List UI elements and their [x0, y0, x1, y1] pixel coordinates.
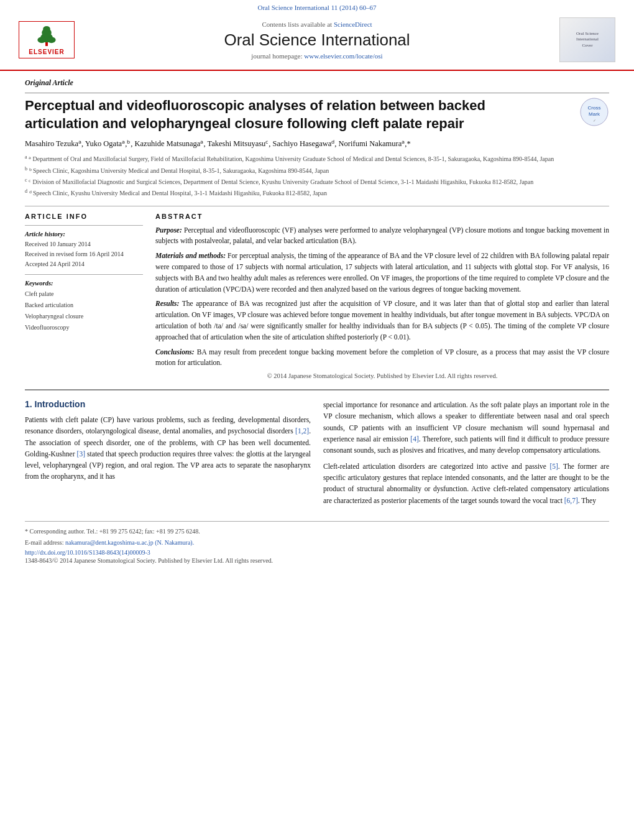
- article-info-column: ARTICLE INFO Article history: Received 1…: [25, 213, 143, 380]
- abstract-column: ABSTRACT Purpose: Perceptual and videofl…: [155, 213, 609, 380]
- svg-text:Cross: Cross: [588, 105, 601, 111]
- email-link[interactable]: nakamura@dent.kagoshima-u.ac.jp (N. Naka…: [65, 539, 194, 546]
- affiliation-b: b ᵇ Speech Clinic, Kagoshima University …: [25, 165, 609, 175]
- title-divider: [25, 93, 609, 93]
- abstract-methods: Materials and methods: For perceptual an…: [155, 251, 609, 295]
- keywords-list: Cleft palate Backed articulation Velopha…: [25, 288, 143, 333]
- affiliation-a: a ᵃ Department of Oral and Maxillofacial…: [25, 154, 609, 164]
- doi-link[interactable]: http://dx.doi.org/10.1016/S1348-8643(14)…: [25, 549, 150, 556]
- elsevier-logo: ELSEVIER: [19, 21, 75, 58]
- page-wrapper: Oral Science International 11 (2014) 60–…: [0, 0, 634, 840]
- info-divider: [25, 225, 143, 226]
- svg-point-3: [47, 37, 56, 43]
- abstract-copyright: © 2014 Japanese Stomatological Society. …: [155, 372, 609, 379]
- abstract-text: Purpose: Perceptual and videofluoroscopi…: [155, 225, 609, 380]
- intro-para-1: Patients with cleft palate (CP) have var…: [25, 414, 311, 482]
- main-col-right: special importance for resonance and art…: [323, 399, 609, 510]
- abstract-conclusions-text: BA may result from precedent tongue back…: [155, 348, 609, 367]
- crossmark-badge-icon: Cross Mark ✓: [579, 97, 609, 127]
- article-title-block: Perceptual and videofluoroscopic analyse…: [25, 97, 609, 132]
- affiliations-block: a ᵃ Department of Oral and Maxillofacial…: [25, 154, 609, 198]
- journal-header-content: ELSEVIER Contents lists available at Sci…: [19, 14, 615, 66]
- homepage-link[interactable]: www.elsevier.com/locate/osi: [304, 52, 382, 60]
- email-line: E-mail address: nakamura@dent.kagoshima-…: [25, 538, 609, 547]
- issn-line: 1348-8643/© 2014 Japanese Stomatological…: [25, 556, 609, 565]
- svg-point-2: [37, 37, 46, 43]
- intro-para-2: special importance for resonance and art…: [323, 399, 609, 456]
- contents-label: Contents lists available at: [262, 21, 332, 28]
- journal-citation: Oral Science International 11 (2014) 60–…: [257, 4, 376, 11]
- corresponding-note: * Corresponding author. Tel.: +81 99 275…: [25, 527, 609, 536]
- authors-line: Masahiro Tezukaᵃ, Yuko Ogataᵃ,ᵇ, Kazuhid…: [25, 139, 609, 149]
- svg-text:✓: ✓: [593, 119, 596, 122]
- article-body: Original Article Perceptual and videoflu…: [0, 71, 634, 579]
- keyword-4: Videofluoroscopy: [25, 322, 143, 333]
- article-type-label: Original Article: [25, 78, 609, 88]
- journal-name-block: Contents lists available at ScienceDirec…: [75, 21, 559, 60]
- keywords-label: Keywords:: [25, 280, 143, 287]
- affiliation-c: c ᶜ Division of Maxillofacial Diagnostic…: [25, 177, 609, 187]
- journal-title: Oral Science International: [75, 30, 559, 50]
- abstract-purpose: Purpose: Perceptual and videofluoroscopi…: [155, 225, 609, 247]
- intro-body-left: Patients with cleft palate (CP) have var…: [25, 414, 311, 482]
- journal-cover-image: Oral ScienceInternationalCover: [559, 17, 615, 62]
- keyword-1: Cleft palate: [25, 288, 143, 300]
- main-col-left: 1. Introduction Patients with cleft pala…: [25, 399, 311, 510]
- article-title: Perceptual and videofluoroscopic analyse…: [25, 97, 541, 132]
- elsevier-tree-icon: [32, 24, 62, 47]
- abstract-conclusions: Conclusions: BA may result from preceden…: [155, 347, 609, 369]
- journal-homepage: journal homepage: www.elsevier.com/locat…: [75, 52, 559, 60]
- intro-body-right: special importance for resonance and art…: [323, 399, 609, 505]
- history-label: Article history:: [25, 231, 143, 238]
- article-info-heading: ARTICLE INFO: [25, 213, 143, 220]
- homepage-label: journal homepage:: [251, 52, 302, 60]
- abstract-heading: ABSTRACT: [155, 213, 609, 220]
- info-abstract-section: ARTICLE INFO Article history: Received 1…: [25, 206, 609, 380]
- cover-image-label: Oral ScienceInternationalCover: [576, 31, 599, 48]
- journal-top-bar: Oral Science International 11 (2014) 60–…: [19, 0, 615, 14]
- doi-line: http://dx.doi.org/10.1016/S1348-8643(14)…: [25, 549, 609, 556]
- keyword-3: Velopharyngeal closure: [25, 311, 143, 322]
- main-article-section: 1. Introduction Patients with cleft pala…: [25, 389, 609, 510]
- keywords-divider: [25, 274, 143, 275]
- abstract-purpose-text: Perceptual and videofluoroscopic (VF) an…: [155, 226, 609, 245]
- keyword-2: Backed articulation: [25, 300, 143, 311]
- introduction-heading: 1. Introduction: [25, 399, 311, 409]
- abstract-results-text: The appearance of BA was recognized just…: [155, 300, 609, 340]
- date-received: Received 10 January 2014 Received in rev…: [25, 239, 143, 269]
- intro-para-3: Cleft-related articulation disorders are…: [323, 461, 609, 506]
- journal-header: Oral Science International 11 (2014) 60–…: [0, 0, 634, 71]
- contents-line: Contents lists available at ScienceDirec…: [75, 21, 559, 28]
- affiliation-d: d ᵈ Speech Clinic, Kyushu University Med…: [25, 188, 609, 198]
- abstract-results: Results: The appearance of BA was recogn…: [155, 298, 609, 343]
- svg-text:Mark: Mark: [589, 111, 600, 117]
- elsevier-brand-text: ELSEVIER: [29, 48, 64, 55]
- article-footer: * Corresponding author. Tel.: +81 99 275…: [25, 521, 609, 565]
- sciencedirect-link[interactable]: ScienceDirect: [334, 21, 372, 28]
- svg-point-5: [43, 26, 50, 32]
